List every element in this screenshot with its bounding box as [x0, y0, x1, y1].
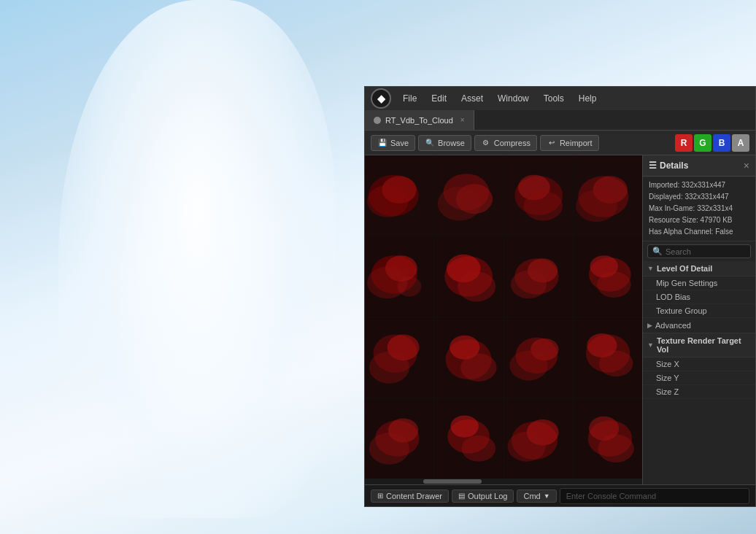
- content-drawer-button[interactable]: ⊞ Content Drawer: [371, 490, 449, 503]
- h-scrollbar-thumb[interactable]: [423, 479, 482, 484]
- section-title-2: Texture Render Target Vol: [657, 336, 751, 354]
- svg-point-3: [367, 185, 409, 217]
- texture-cell: [504, 155, 573, 236]
- texture-grid: [365, 155, 642, 479]
- channel-g-button[interactable]: G: [694, 134, 711, 152]
- cmd-arrow-icon: ▼: [544, 492, 550, 500]
- texture-cell: [434, 317, 503, 398]
- reimport-button[interactable]: ↩ Reimport: [540, 135, 599, 151]
- tab-rt-vdb[interactable]: RT_Vdb_To_Cloud ×: [365, 110, 474, 130]
- reimport-label: Reimport: [560, 139, 593, 147]
- advanced-section[interactable]: ▶ Advanced: [643, 318, 755, 333]
- prop-size-y[interactable]: Size Y: [643, 371, 755, 385]
- cmd-label: Cmd: [523, 492, 540, 500]
- svg-point-36: [369, 352, 409, 384]
- info-has-alpha: Has Alpha Channel: False: [649, 226, 749, 238]
- channel-r-button[interactable]: R: [675, 134, 693, 152]
- cmd-button[interactable]: Cmd ▼: [517, 490, 556, 503]
- details-info-section: Imported: 332x331x447 Displayed: 332x331…: [643, 177, 755, 241]
- status-bar: ⊞ Content Drawer ▤ Output Log Cmd ▼: [365, 484, 755, 506]
- browse-icon: 🔍: [425, 138, 435, 148]
- texture-cell: [574, 398, 642, 479]
- tab-close-button[interactable]: ×: [460, 116, 465, 124]
- menu-file[interactable]: File: [397, 92, 423, 105]
- svg-point-7: [438, 186, 482, 220]
- prop-size-x[interactable]: Size X: [643, 357, 755, 371]
- browse-button[interactable]: 🔍 Browse: [418, 135, 471, 151]
- menu-window[interactable]: Window: [492, 92, 535, 105]
- section-texture-render[interactable]: ▼ Texture Render Target Vol: [643, 333, 755, 357]
- prop-size-z[interactable]: Size Z: [643, 385, 755, 399]
- search-bar: 🔍: [647, 244, 751, 258]
- prop-lod-bias[interactable]: LOD Bias: [643, 290, 755, 304]
- svg-point-28: [510, 271, 547, 299]
- texture-cell: [365, 236, 433, 317]
- section-arrow-icon: ▼: [647, 265, 654, 272]
- content-drawer-label: Content Drawer: [386, 492, 442, 500]
- console-input[interactable]: [560, 488, 749, 504]
- menu-edit[interactable]: Edit: [425, 92, 452, 105]
- details-title-container: ☰ Details: [649, 160, 688, 171]
- info-resource-size: Resource Size: 47970 KB: [649, 214, 749, 226]
- search-input[interactable]: [666, 247, 746, 256]
- texture-cell: [434, 155, 503, 236]
- section-arrow-icon-2: ▼: [647, 341, 654, 349]
- svg-point-64: [598, 435, 634, 463]
- main-content: ☰ Details × Imported: 332x331x447 Displa…: [365, 155, 755, 484]
- compress-button[interactable]: ⚙ Compress: [474, 135, 537, 151]
- menu-asset[interactable]: Asset: [455, 92, 489, 105]
- editor-window: ◆ File Edit Asset Window Tools Help RT_V…: [364, 86, 756, 507]
- texture-cell: [434, 398, 503, 479]
- section-title: Level Of Detail: [657, 264, 712, 273]
- save-button[interactable]: 💾 Save: [371, 135, 415, 151]
- svg-point-11: [523, 191, 562, 221]
- menu-help[interactable]: Help: [573, 92, 603, 105]
- svg-point-15: [576, 190, 617, 222]
- tab-label: RT_Vdb_To_Cloud: [385, 116, 453, 125]
- properties-tree: ▼ Level Of Detail Mip Gen Settings LOD B…: [643, 261, 755, 484]
- svg-point-55: [451, 415, 479, 437]
- search-icon: 🔍: [652, 247, 663, 256]
- texture-cell: [504, 236, 573, 317]
- details-panel: ☰ Details × Imported: 332x331x447 Displa…: [642, 155, 755, 484]
- advanced-arrow-icon: ▶: [647, 322, 652, 329]
- details-icon: ☰: [649, 160, 657, 171]
- texture-cell: [365, 317, 433, 398]
- channel-b-button[interactable]: B: [713, 134, 730, 152]
- info-displayed: Displayed: 332x331x447: [649, 191, 749, 203]
- save-label: Save: [390, 139, 409, 147]
- title-bar: ◆ File Edit Asset Window Tools Help: [365, 87, 755, 110]
- menu-tools[interactable]: Tools: [538, 92, 570, 105]
- prop-texture-group[interactable]: Texture Group: [643, 304, 755, 318]
- toolbar: 💾 Save 🔍 Browse ⚙ Compress ↩ Reimport R …: [365, 131, 755, 155]
- prop-mip-gen[interactable]: Mip Gen Settings: [643, 276, 755, 290]
- section-level-of-detail[interactable]: ▼ Level Of Detail: [643, 261, 755, 276]
- texture-cell: [365, 155, 433, 236]
- ue-logo: ◆: [371, 88, 391, 109]
- reimport-icon: ↩: [547, 138, 557, 148]
- texture-cell: [574, 317, 642, 398]
- svg-point-32: [597, 271, 631, 298]
- svg-point-40: [460, 354, 497, 382]
- browse-label: Browse: [438, 139, 465, 147]
- info-max-in-game: Max In-Game: 332x331x4: [649, 203, 749, 214]
- h-scrollbar: [365, 479, 642, 484]
- content-drawer-icon: ⊞: [377, 492, 383, 500]
- ue-logo-text: ◆: [377, 93, 385, 104]
- svg-point-52: [369, 433, 409, 465]
- svg-point-20: [397, 276, 421, 297]
- texture-cell: [574, 155, 642, 236]
- save-icon: 💾: [377, 138, 387, 148]
- svg-point-60: [507, 431, 545, 461]
- info-imported: Imported: 332x331x447: [649, 179, 749, 191]
- texture-cell: [365, 398, 433, 479]
- menu-bar: File Edit Asset Window Tools Help: [397, 92, 749, 105]
- channel-a-button[interactable]: A: [732, 134, 749, 152]
- compress-icon: ⚙: [481, 138, 491, 148]
- channel-buttons: R G B A: [675, 134, 749, 152]
- texture-cell: [504, 398, 573, 479]
- details-close-button[interactable]: ×: [744, 160, 749, 171]
- texture-cell: [434, 236, 503, 317]
- output-log-button[interactable]: ▤ Output Log: [452, 490, 514, 503]
- details-header: ☰ Details ×: [643, 155, 755, 177]
